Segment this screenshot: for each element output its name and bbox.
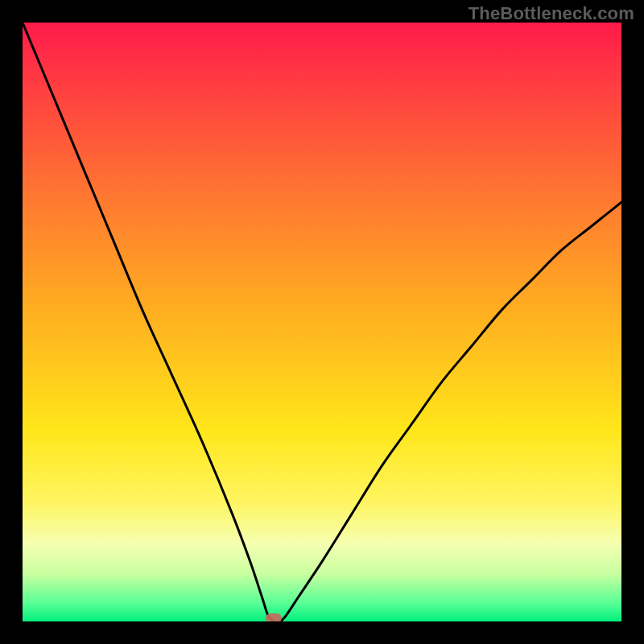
chart-frame: TheBottleneck.com (0, 0, 644, 644)
curve-path (23, 23, 621, 621)
plot-area (23, 23, 621, 621)
minimum-marker (266, 613, 282, 621)
bottleneck-curve (23, 23, 621, 621)
watermark-text: TheBottleneck.com (469, 3, 634, 24)
